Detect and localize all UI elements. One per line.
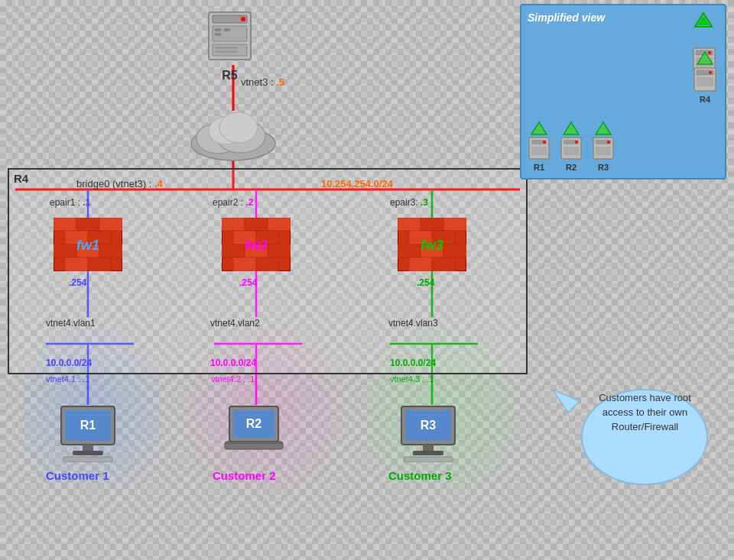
vtnet3-label: vtnet3 : .5 (241, 76, 284, 88)
svg-rect-65 (398, 244, 421, 257)
cloud-icon (184, 102, 283, 166)
svg-rect-25 (215, 33, 221, 36)
svg-rect-60 (398, 218, 421, 231)
svg-point-104 (543, 141, 546, 144)
svg-rect-48 (222, 218, 245, 231)
vtnet4-vlan2-label: vtnet4.vlan2 (210, 318, 260, 329)
fw3-254: .254 (417, 277, 434, 288)
svg-text:R2: R2 (246, 417, 262, 430)
svg-point-22 (241, 17, 245, 21)
svg-text:fw2: fw2 (245, 238, 268, 253)
svg-text:fw3: fw3 (421, 238, 443, 253)
svg-rect-76 (63, 457, 112, 462)
svg-rect-43 (99, 244, 122, 257)
bridge0-ip: 10.254.254.0/24 (321, 178, 393, 189)
svg-rect-87 (404, 457, 453, 462)
bridge0-dot4: .4 (154, 178, 163, 189)
r5-server: R5 (205, 6, 255, 83)
cust1-vtnet-label: vtnet4.1 : .1 (46, 374, 89, 384)
svg-rect-117 (596, 147, 611, 155)
r4-label: R4 (14, 172, 28, 185)
sv-bottom-row: R1 R2 (528, 121, 615, 172)
fw1-box: fw1 (54, 218, 122, 271)
fw2-254: .254 (239, 277, 257, 288)
sv-r2-label: R2 (560, 163, 583, 172)
cust1-ip-net: 10.0.0.0/24 (46, 358, 92, 368)
svg-rect-74 (83, 445, 93, 451)
svg-rect-41 (54, 244, 76, 257)
svg-rect-50 (268, 218, 291, 231)
cust2-ip-net: 10.0.0.0/24 (210, 358, 256, 368)
svg-rect-75 (73, 451, 103, 455)
svg-rect-86 (413, 451, 443, 455)
svg-text:R3: R3 (421, 419, 437, 432)
sv-r4: R4 (693, 51, 717, 104)
simplified-view-box: Simplified view R5 R4 (520, 4, 726, 180)
svg-rect-111 (563, 147, 579, 155)
r5-server-icon (205, 6, 255, 66)
svg-rect-27 (213, 44, 247, 56)
svg-rect-55 (268, 244, 291, 257)
svg-rect-68 (409, 257, 432, 271)
r1-computer-icon: R1 (57, 405, 119, 462)
epair2-ip: .2 (245, 197, 253, 208)
svg-rect-37 (76, 218, 99, 231)
callout-text: Customers have root access to their own … (586, 391, 704, 435)
svg-rect-99 (697, 77, 713, 86)
svg-point-110 (575, 141, 578, 144)
svg-rect-62 (443, 218, 466, 231)
sv-r3-label: R3 (592, 163, 615, 172)
svg-rect-85 (423, 445, 434, 451)
svg-rect-69 (432, 257, 455, 271)
svg-rect-24 (215, 28, 221, 31)
cust3-ip-net: 10.0.0.0/24 (390, 358, 436, 368)
svg-text:R1: R1 (80, 419, 96, 432)
vtnet4-vlan1-label: vtnet4.vlan1 (46, 318, 96, 329)
svg-rect-45 (88, 257, 111, 271)
sv-r3: R3 (592, 121, 615, 172)
svg-point-98 (709, 71, 712, 74)
r2-laptop-icon: R2 (223, 405, 284, 458)
epair1-label: epair1 : .1 (50, 197, 90, 208)
r1-computer: R1 (57, 405, 119, 465)
r3-monitor: R3 (398, 405, 459, 465)
sv-r1: R1 (528, 121, 550, 172)
svg-point-34 (219, 112, 258, 143)
svg-point-116 (607, 141, 610, 144)
svg-rect-67 (443, 244, 466, 257)
r3-monitor-icon: R3 (398, 405, 459, 462)
vtnet4-vlan3-label: vtnet4.vlan3 (388, 318, 438, 329)
svg-rect-57 (256, 257, 279, 271)
cust2-vtnet-label: vtnet4.2 : .1 (211, 374, 255, 384)
svg-rect-49 (245, 218, 268, 231)
svg-rect-26 (224, 28, 230, 31)
customer3-label: Customer 3 (388, 469, 452, 482)
svg-rect-38 (99, 218, 122, 231)
fw2-box: fw2 (222, 218, 291, 271)
cust3-vtnet-label: vtnet4.3 : .1 (390, 374, 434, 384)
svg-rect-29 (215, 50, 238, 53)
sv-r1-label: R1 (528, 163, 550, 172)
sv-r4-label: R4 (693, 95, 717, 104)
r2-laptop: R2 (223, 405, 284, 461)
sv-r2: R2 (560, 121, 583, 172)
epair3-ip: .3 (421, 197, 428, 208)
svg-rect-36 (54, 218, 76, 231)
epair1-ip: .1 (83, 197, 90, 208)
svg-rect-61 (421, 218, 443, 231)
svg-rect-44 (65, 257, 88, 271)
epair3-label: epair3: .3 (390, 197, 428, 208)
svg-rect-105 (531, 147, 547, 155)
svg-rect-53 (222, 244, 245, 257)
svg-rect-28 (215, 47, 238, 49)
customer1-label: Customer 1 (46, 469, 109, 482)
bridge0-label: bridge0 (vtnet3) : .4 (76, 178, 163, 189)
svg-rect-56 (233, 257, 256, 271)
epair2-label: epair2 : .2 (213, 197, 253, 208)
fw1-254: .254 (69, 277, 86, 288)
svg-text:fw1: fw1 (76, 238, 99, 253)
fw3-box: fw3 (398, 218, 466, 271)
callout-container: Customers have root access to their own … (549, 374, 710, 492)
customer2-label: Customer 2 (213, 469, 276, 482)
vtnet3-ip: .5 (276, 76, 284, 88)
